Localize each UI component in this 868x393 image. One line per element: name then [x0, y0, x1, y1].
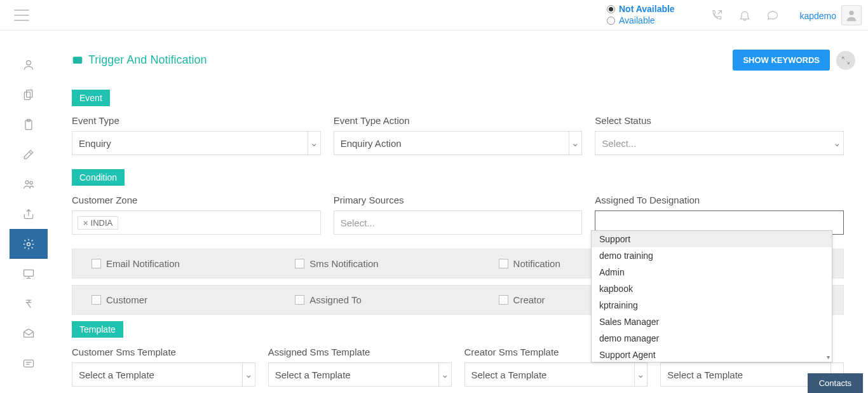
expand-button[interactable] — [836, 51, 855, 70]
check-email[interactable]: Email Notification — [92, 258, 295, 269]
event-type-select[interactable]: Enquiry ⌄ — [72, 131, 321, 155]
customer-template-select[interactable]: Select a Template ⌄ — [72, 362, 255, 387]
radio-label: Not Available — [619, 4, 675, 14]
chevron-down-icon: ⌄ — [831, 132, 843, 155]
section-condition-badge: Condition — [72, 169, 125, 186]
dropdown-option[interactable]: Admin — [592, 264, 832, 280]
svg-point-0 — [849, 11, 853, 15]
section-template-badge: Template — [72, 321, 123, 338]
checkbox-icon — [295, 259, 304, 268]
event-type-label: Event Type — [72, 115, 321, 126]
header-icons — [710, 9, 779, 22]
svg-rect-9 — [24, 270, 34, 276]
dropdown-option[interactable]: demo training — [592, 247, 832, 264]
check-sms[interactable]: Sms Notification — [295, 258, 498, 269]
avatar[interactable] — [841, 5, 862, 25]
sources-label: Primary Sources — [334, 195, 583, 205]
designation-label: Assigned To Designation — [595, 195, 844, 205]
check-customer[interactable]: Customer — [92, 294, 295, 305]
zone-input[interactable]: × INDIA — [72, 210, 321, 235]
radio-icon — [607, 17, 615, 25]
status-select[interactable]: Select... ⌄ — [595, 131, 844, 155]
check-assigned[interactable]: Assigned To — [295, 294, 498, 305]
sidebar-item-user[interactable] — [10, 50, 48, 79]
sidebar-item-message[interactable] — [10, 348, 48, 378]
expand-icon — [841, 56, 850, 65]
chevron-down-icon: ⌄ — [308, 132, 320, 155]
top-header: Not Available Available kapdemo — [0, 0, 868, 31]
sidebar-item-edit[interactable] — [10, 139, 48, 169]
username[interactable]: kapdemo — [799, 11, 836, 21]
assigned-template-select[interactable]: Select a Template ⌄ — [268, 362, 452, 387]
svg-rect-2 — [27, 90, 32, 97]
svg-point-1 — [27, 60, 31, 65]
sidebar-item-share[interactable] — [10, 199, 48, 229]
customer-template-label: Customer Sms Template — [72, 347, 255, 357]
remove-tag-icon[interactable]: × — [83, 218, 88, 228]
page-title-text: Trigger And Notification — [88, 53, 207, 67]
notification-icon — [72, 55, 83, 66]
sidebar-item-copy[interactable] — [10, 79, 48, 109]
status-placeholder: Select... — [602, 138, 636, 149]
dropdown-option[interactable]: kptraining — [592, 297, 832, 314]
checkbox-icon — [295, 295, 304, 305]
status-label: Select Status — [595, 115, 844, 126]
zone-tag-text: INDIA — [91, 218, 113, 228]
sidebar — [10, 50, 48, 378]
svg-point-6 — [25, 181, 29, 184]
radio-icon — [607, 5, 615, 13]
section-event-badge: Event — [72, 90, 110, 106]
sidebar-item-settings[interactable] — [10, 229, 48, 259]
chevron-down-icon: ⌄ — [569, 132, 581, 155]
svg-point-8 — [27, 242, 31, 245]
dropdown-option[interactable]: Support Agent — [592, 347, 832, 362]
sidebar-item-monitor[interactable] — [10, 259, 48, 289]
checkbox-icon — [92, 259, 101, 268]
sources-placeholder: Select... — [341, 217, 375, 228]
checkbox-icon — [499, 295, 508, 305]
contacts-tab[interactable]: Contacts — [808, 373, 863, 393]
radio-label: Available — [619, 15, 655, 25]
checkbox-icon — [499, 259, 508, 268]
zone-label: Customer Zone — [72, 195, 321, 205]
sidebar-item-clipboard[interactable] — [10, 109, 48, 139]
creator-template-select[interactable]: Select a Template ⌄ — [465, 362, 648, 387]
svg-point-7 — [30, 181, 32, 184]
chevron-down-icon: ⌄ — [438, 363, 451, 386]
designation-dropdown: Support demo training Admin kapbook kptr… — [591, 230, 832, 362]
dropdown-option[interactable]: kapbook — [592, 280, 832, 297]
event-type-value: Enquiry — [79, 138, 111, 149]
select-placeholder: Select a Template — [667, 369, 743, 380]
event-action-value: Enquiry Action — [341, 138, 402, 149]
radio-available[interactable]: Available — [607, 15, 675, 25]
hamburger-menu[interactable] — [14, 10, 29, 21]
select-placeholder: Select a Template — [79, 369, 154, 380]
select-placeholder: Select a Template — [471, 369, 547, 380]
event-action-label: Event Type Action — [334, 115, 583, 126]
dropdown-option[interactable]: Support — [592, 231, 832, 247]
chevron-down-icon: ⌄ — [634, 363, 647, 386]
chevron-down-icon: ▾ — [827, 354, 830, 361]
radio-not-available[interactable]: Not Available — [607, 4, 675, 14]
svg-rect-3 — [24, 92, 30, 99]
checkbox-icon — [92, 295, 101, 305]
user-icon — [844, 8, 858, 22]
dropdown-list[interactable]: Support demo training Admin kapbook kptr… — [592, 231, 832, 362]
event-action-select[interactable]: Enquiry Action ⌄ — [334, 131, 583, 155]
zone-tag: × INDIA — [78, 216, 118, 230]
dropdown-option[interactable]: demo manager — [592, 330, 832, 347]
sidebar-item-users[interactable] — [10, 169, 48, 199]
assigned-template-label: Assigned Sms Template — [268, 347, 452, 357]
phone-icon[interactable] — [710, 9, 723, 22]
sidebar-item-mail[interactable] — [10, 319, 48, 348]
show-keywords-button[interactable]: SHOW KEYWORDS — [733, 50, 830, 71]
bell-icon[interactable] — [738, 9, 751, 22]
dropdown-option[interactable]: Sales Manager — [592, 314, 832, 330]
availability-selector: Not Available Available — [607, 4, 675, 27]
sidebar-item-currency[interactable] — [10, 289, 48, 319]
svg-rect-10 — [24, 360, 34, 367]
svg-rect-11 — [73, 57, 82, 63]
chat-icon[interactable] — [766, 9, 779, 22]
chevron-down-icon: ⌄ — [242, 363, 255, 386]
sources-select[interactable]: Select... — [334, 210, 583, 235]
